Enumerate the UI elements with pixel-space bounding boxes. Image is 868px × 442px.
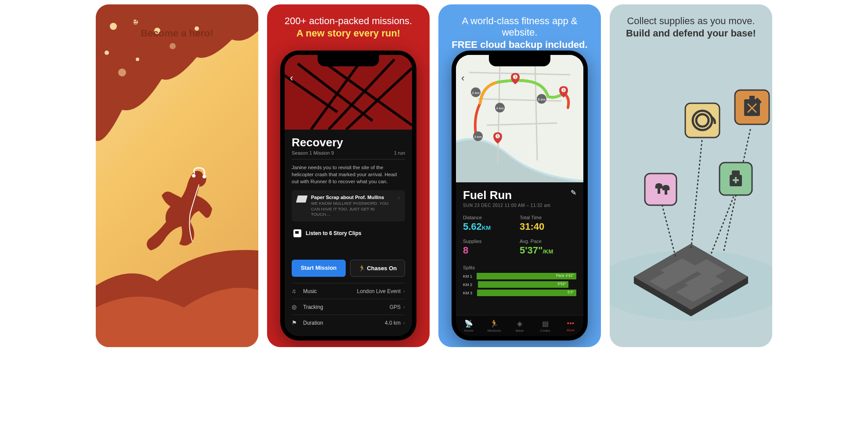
mission-season: Season 1 Mission 9 xyxy=(292,150,334,156)
tab-missions[interactable]: 🏃Missions xyxy=(481,315,507,336)
svg-text:2 km: 2 km xyxy=(472,91,480,95)
row-value: GPS xyxy=(390,304,401,310)
back-button[interactable]: ‹ xyxy=(290,72,293,84)
card4-line1: Collect supplies as you move. xyxy=(618,15,763,27)
card4-headline: Collect supplies as you move. Build and … xyxy=(610,4,772,43)
card3-headline: A world-class fitness app & website. FRE… xyxy=(438,4,601,55)
tab-label: Missions xyxy=(487,329,501,333)
svg-rect-46 xyxy=(732,170,740,176)
chevron-right-icon: › xyxy=(398,195,400,201)
back-button[interactable]: ‹ xyxy=(461,72,464,84)
split-bar: Pace 4'42" xyxy=(477,273,576,279)
paper-title: Paper Scrap about Prof. Mullins xyxy=(311,195,394,200)
split-row: KM 25'52" xyxy=(463,281,576,288)
mission-desc: Janine needs you to revisit the site of … xyxy=(292,164,405,185)
time-label: Total Time xyxy=(520,215,576,220)
row-label: Duration xyxy=(303,320,385,326)
split-pace: 5'3" xyxy=(568,290,574,294)
distance-value: 5.62KM xyxy=(463,221,520,232)
svg-text:🏃: 🏃 xyxy=(514,75,517,79)
row-value: 4.0 km xyxy=(385,320,401,326)
svg-text:5 km: 5 km xyxy=(538,98,546,101)
svg-point-6 xyxy=(170,43,176,49)
edit-icon[interactable]: ✎ xyxy=(571,188,576,197)
split-bar: 5'52" xyxy=(478,281,568,288)
settings-row[interactable]: ◎TrackingGPS› xyxy=(292,299,405,315)
promo-card-3: A world-class fitness app & website. FRE… xyxy=(438,4,601,347)
run-screen: 2 km 4 km 3 km 5 km 🏃 🏃 🏃 ‹ Fuel Run SU xyxy=(456,55,583,336)
tab-icon: ▤ xyxy=(542,319,549,328)
split-km: KM 3 xyxy=(463,291,477,295)
start-mission-button[interactable]: Start Mission xyxy=(292,260,346,277)
split-km: KM 1 xyxy=(463,274,477,279)
chevron-right-icon: › xyxy=(403,304,405,310)
tab-label: Base xyxy=(516,329,524,333)
row-label: Tracking xyxy=(303,304,390,310)
tab-icon: 🏃 xyxy=(490,319,499,328)
tab-more[interactable]: •••More xyxy=(558,315,583,336)
chevron-right-icon: › xyxy=(403,288,405,294)
chevron-right-icon: › xyxy=(403,320,405,326)
time-value: 31:40 xyxy=(520,221,576,232)
promo-card-1: Get fit. Escape zombies. Become a hero! xyxy=(96,4,258,347)
row-icon: ♫ xyxy=(292,288,299,294)
split-pace: Pace 4'42" xyxy=(556,273,574,278)
mission-title: Recovery xyxy=(292,136,405,149)
notch xyxy=(318,55,379,66)
card4-line2: Build and defend your base! xyxy=(618,28,763,39)
row-value: London Live Event xyxy=(357,288,401,294)
splits-heading: Splits xyxy=(463,265,576,270)
card2-headline: 200+ action-packed missions. A new story… xyxy=(267,4,430,43)
settings-row[interactable]: ♫MusicLondon Live Event› xyxy=(292,283,405,299)
row-icon: ◎ xyxy=(292,304,299,310)
phone-frame: 2 km 4 km 3 km 5 km 🏃 🏃 🏃 ‹ Fuel Run SU xyxy=(452,51,588,341)
split-km: KM 2 xyxy=(463,283,478,287)
svg-point-4 xyxy=(118,69,126,76)
chases-toggle[interactable]: 🏃 Chases On xyxy=(350,260,405,277)
paper-scrap-card[interactable]: Paper Scrap about Prof. Mullins WE KNOW … xyxy=(292,190,405,221)
paper-body: WE KNOW MULLINS' PASSWORD. YOU CAN HAVE … xyxy=(311,201,394,217)
svg-text:3 km: 3 km xyxy=(474,135,482,139)
card1-line2: Become a hero! xyxy=(105,28,250,39)
tab-label: Home xyxy=(464,329,473,333)
card2-line1: 200+ action-packed missions. xyxy=(276,15,421,27)
runner-artwork xyxy=(96,4,258,347)
clips-label: Listen to 6 Story Clips xyxy=(306,230,362,236)
run-title: Fuel Run xyxy=(463,188,550,202)
pace-label: Avg. Pace xyxy=(520,239,576,244)
tab-label: Codex xyxy=(540,329,550,333)
tab-bar: 📡Home🏃Missions◈Base▤Codex•••More xyxy=(456,315,583,336)
base-artwork xyxy=(610,4,772,347)
svg-text:🏃: 🏃 xyxy=(562,88,566,92)
paper-icon xyxy=(296,196,307,203)
notch xyxy=(489,55,550,66)
settings-row[interactable]: ⚑Duration4.0 km› xyxy=(292,315,405,330)
svg-rect-37 xyxy=(665,190,667,195)
split-row: KM 35'3" xyxy=(463,290,576,296)
tab-icon: ◈ xyxy=(517,319,522,328)
story-clips-row[interactable]: Listen to 6 Story Clips xyxy=(292,227,405,240)
row-label: Music xyxy=(303,288,357,294)
mission-runs: 1 run xyxy=(394,150,405,156)
svg-rect-36 xyxy=(658,188,660,194)
supplies-value: 8 xyxy=(463,245,520,256)
pace-value: 5'37"/KM xyxy=(520,245,576,256)
run-date: SUN 23 DEC 2012 11:00 AM – 11:32 am xyxy=(463,203,550,208)
svg-text:4 km: 4 km xyxy=(496,106,504,110)
tab-icon: ••• xyxy=(567,319,575,327)
distance-label: Distance xyxy=(463,215,520,220)
svg-point-8 xyxy=(192,174,195,178)
card3-line1: A world-class fitness app & website. xyxy=(447,15,592,38)
tab-home[interactable]: 📡Home xyxy=(456,315,481,336)
svg-point-3 xyxy=(105,51,109,55)
split-row: KM 1Pace 4'42" xyxy=(463,273,576,279)
svg-rect-35 xyxy=(645,174,676,205)
row-icon: ⚑ xyxy=(292,319,299,326)
svg-point-9 xyxy=(203,175,206,178)
tab-codex[interactable]: ▤Codex xyxy=(532,315,558,336)
tab-base[interactable]: ◈Base xyxy=(507,315,532,336)
card1-line1: Get fit. Escape zombies. xyxy=(105,15,250,27)
tab-label: More xyxy=(567,328,575,332)
split-pace: 5'52" xyxy=(558,282,566,286)
run-map[interactable]: 2 km 4 km 3 km 5 km 🏃 🏃 🏃 ‹ xyxy=(456,55,583,182)
